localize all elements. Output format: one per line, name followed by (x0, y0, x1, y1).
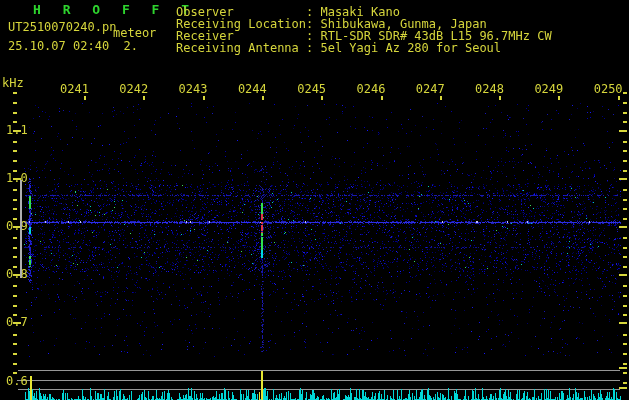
axis-tick (623, 150, 627, 152)
axis-tick (13, 322, 21, 324)
axis-tick (623, 218, 627, 220)
axis-tick (13, 199, 17, 201)
axis-tick (13, 150, 17, 152)
axis-tick (623, 189, 627, 191)
time-tick-label: 0250 (594, 82, 623, 96)
axis-tick (558, 96, 560, 100)
freq-axis-unit: kHz (2, 77, 24, 90)
time-tick-label: 0241 (60, 82, 89, 96)
axis-tick (618, 96, 620, 100)
axis-tick (13, 256, 17, 258)
axis-tick (623, 382, 627, 384)
axis-tick (381, 96, 383, 100)
axis-tick (619, 226, 627, 228)
axis-tick (499, 96, 501, 100)
axis-tick (13, 141, 17, 143)
axis-tick (13, 305, 17, 307)
axis-tick (619, 274, 627, 276)
axis-tick (13, 102, 17, 104)
axis-tick (13, 295, 17, 297)
axis-tick (13, 112, 17, 114)
axis-tick (623, 305, 627, 307)
timestamp: 25.10.07 02:40 2. (8, 40, 138, 53)
axis-tick (13, 334, 17, 336)
axis-tick (623, 141, 627, 143)
time-tick-label: 0244 (238, 82, 267, 96)
axis-tick (623, 363, 627, 365)
axis-tick (13, 285, 17, 287)
hrofft-window: H R O F F T UT2510070240.pn meteor 25.10… (0, 0, 629, 400)
axis-tick (13, 314, 17, 316)
time-tick-label: 0246 (357, 82, 386, 96)
axis-tick (623, 334, 627, 336)
freq-tick-label: 0.6 (6, 374, 30, 388)
calibration-bar (20, 180, 22, 278)
info-value: : 5el Yagi Az 280 for Seoul (306, 41, 501, 55)
axis-tick (623, 170, 627, 172)
axis-tick (619, 322, 627, 324)
axis-tick (13, 372, 17, 374)
axis-tick (623, 102, 627, 104)
axis-tick (623, 295, 627, 297)
axis-tick (623, 208, 627, 210)
output-filename: UT2510070240.pn (8, 21, 116, 34)
axis-tick (321, 96, 323, 100)
axis-tick (13, 208, 17, 210)
axis-tick (623, 256, 627, 258)
axis-tick (623, 199, 627, 201)
spectrogram-plot (0, 0, 629, 400)
axis-tick (440, 96, 442, 100)
axis-tick (623, 314, 627, 316)
axis-tick (623, 353, 627, 355)
axis-tick (623, 160, 627, 162)
axis-tick (619, 367, 627, 369)
axis-tick (623, 121, 627, 123)
time-tick-label: 0242 (119, 82, 148, 96)
axis-tick (13, 121, 17, 123)
axis-tick (13, 130, 21, 132)
axis-tick (13, 247, 17, 249)
axis-tick (623, 343, 627, 345)
axis-tick (13, 266, 17, 268)
axis-tick (262, 96, 264, 100)
axis-tick (203, 96, 205, 100)
axis-tick (13, 160, 17, 162)
axis-tick (143, 96, 145, 100)
time-tick-label: 0243 (179, 82, 208, 96)
axis-tick (623, 92, 627, 94)
axis-tick (13, 343, 17, 345)
axis-tick (13, 189, 17, 191)
axis-tick (623, 372, 627, 374)
axis-tick (84, 96, 86, 100)
axis-tick (619, 130, 627, 132)
info-label: Receiving Antenna (176, 41, 299, 55)
axis-tick (13, 92, 17, 94)
axis-tick (623, 112, 627, 114)
axis-tick (13, 218, 17, 220)
time-tick-label: 0249 (534, 82, 563, 96)
axis-tick (623, 237, 627, 239)
axis-tick (619, 387, 627, 389)
axis-tick (623, 247, 627, 249)
time-tick-label: 0248 (475, 82, 504, 96)
axis-tick (623, 285, 627, 287)
axis-tick (623, 266, 627, 268)
time-tick-label: 0247 (416, 82, 445, 96)
time-tick-label: 0245 (297, 82, 326, 96)
axis-tick (13, 237, 17, 239)
axis-tick (13, 363, 17, 365)
axis-tick (619, 178, 627, 180)
app-title: H R O F F T (33, 3, 196, 16)
axis-tick (13, 353, 17, 355)
axis-tick (13, 170, 17, 172)
